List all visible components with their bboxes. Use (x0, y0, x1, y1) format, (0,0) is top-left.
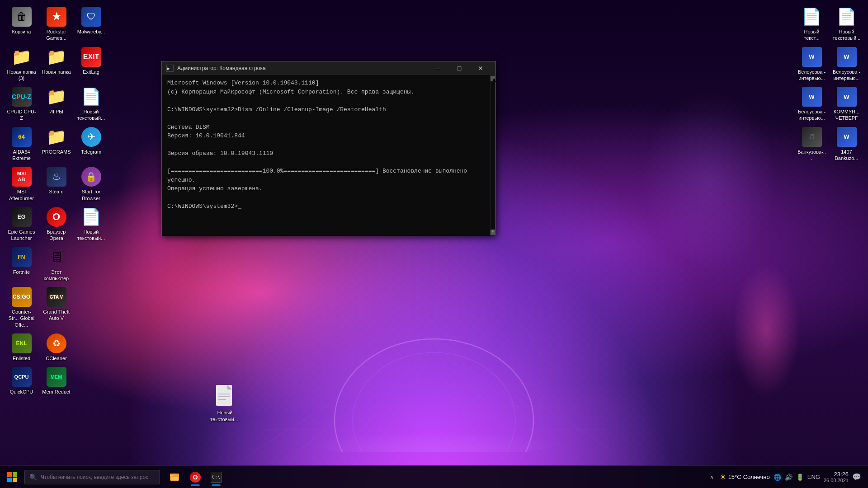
taskbar-search-bar[interactable]: 🔍 Чтобы начать поиск, введите здесь запр… (24, 470, 160, 484)
desktop-icon-rockstar-label: Rockstar Games... (42, 28, 71, 42)
desktop-icon-programs-label: PROGRAMS (42, 149, 71, 155)
desktop-icon-bankuz[interactable]: 🎵 Банкузова-... (795, 125, 829, 164)
desktop-icon-rockstar[interactable]: ★ Rockstar Games... (39, 5, 73, 44)
desktop-icon-exitlag[interactable]: EXIT ExitLag (74, 45, 108, 84)
search-icon: 🔍 (29, 474, 37, 481)
cmd-scroll-down[interactable]: ▼ (491, 230, 495, 235)
network-icon[interactable]: 🌐 (774, 474, 781, 481)
desktop-icon-exitlag-label: ExitLag (83, 69, 99, 75)
cmd-content-area: Microsoft Windows [Version 10.0.19043.11… (162, 75, 495, 236)
desktop-icon-csgo-label: Counter-Str... Global Offe... (7, 309, 36, 328)
taskbar-notifications[interactable]: 💬 (852, 473, 861, 481)
cmd-maximize-button[interactable]: □ (449, 61, 470, 75)
power-icon[interactable]: 🔋 (796, 474, 804, 481)
cmd-window-icon: ▶ (166, 65, 174, 72)
svg-rect-27 (171, 477, 178, 480)
desktop-icon-malware[interactable]: 🛡 Malwareby... (74, 5, 108, 44)
cmd-scroll-up[interactable]: ▲ (491, 76, 495, 81)
desktop-icon-aida64-label: AIDA64 Extreme (7, 149, 36, 162)
desktop-icon-opera[interactable]: O Браузер Opera (39, 205, 73, 244)
desktop-icon-doc-bel1[interactable]: W Белоусова - интервью... (795, 45, 829, 84)
cmd-close-button[interactable]: ✕ (470, 61, 491, 75)
cmd-taskbar-icon: C:\ (211, 472, 222, 483)
desktop-icon-newtxt-r1[interactable]: 📄 Новый текст... (795, 5, 829, 44)
desktop-icon-quickcpu-label: QuickCPU (10, 389, 33, 395)
taskbar-temp: 15°C (728, 474, 741, 480)
taskbar: 🔍 Чтобы начать поиск, введите здесь запр… (0, 465, 868, 488)
taskbar-language[interactable]: ENG (807, 474, 820, 480)
taskbar-date: 26.08.2021 (824, 478, 849, 483)
cmd-titlebar: ▶ Администратор: Командная строка — □ ✕ (162, 61, 495, 75)
desktop-icon-msi[interactable]: MSIAB MSI Afterburner (5, 164, 38, 204)
file-explorer-icon (169, 472, 180, 483)
desktop-icon-doc-comm[interactable]: W КОММУН... ЧЕТВЕРГ (830, 84, 863, 124)
desktop-icon-memreduct[interactable]: MEM Mem Reduct (39, 365, 73, 397)
desktop-icon-1407-label: 1407 Bankuzo... (832, 149, 861, 162)
weather-icon: ☀ (719, 472, 726, 482)
desktop-icon-torb[interactable]: 🔒 Start Tor Browser (74, 164, 108, 204)
desktop-icon-cpuid[interactable]: CPU-Z CPUID CPU-Z (5, 84, 38, 124)
desktop-icon-epic[interactable]: EG Epic Games Launcher (5, 205, 38, 244)
taskbar-start-button[interactable] (2, 467, 22, 487)
taskbar-tray-expand[interactable]: ∧ (708, 472, 716, 482)
desktop-icon-doc-bel2-label: Белоусова - интервью... (832, 69, 861, 82)
desktop-icon-doc-comm-label: КОММУН... ЧЕТВЕРГ (832, 108, 861, 122)
desktop-icon-ccleaner[interactable]: ♻ CCleaner (39, 331, 73, 364)
desktop-icon-epic-label: Epic Games Launcher (7, 229, 36, 242)
taskbar-clock[interactable]: 23:26 26.08.2021 (824, 471, 849, 483)
windows-logo-icon (7, 472, 17, 482)
desktop-icon-folder2-label: Новая папка (42, 69, 71, 75)
desktop-icon-center-label: Новый текстовый ... (210, 409, 240, 422)
desktop-icon-newtxt1[interactable]: 📄 Новый текстовый... (74, 84, 108, 124)
desktop-icon-telegram-label: Telegram (81, 149, 101, 155)
taskbar-app-cmd[interactable]: C:\ (206, 467, 226, 487)
desktop-icon-cpuid-label: CPUID CPU-Z (7, 108, 36, 122)
desktop-icon-pc[interactable]: 🖥 Этот компьютер (39, 245, 73, 284)
svg-rect-23 (7, 478, 12, 482)
desktop-icon-programs[interactable]: 📁 PROGRAMS (39, 125, 73, 164)
desktop-icon-trash[interactable]: 🗑 Корзина (5, 5, 38, 44)
cmd-window: ▶ Администратор: Командная строка — □ ✕ … (161, 61, 496, 236)
taskbar-system-tray: ∧ ☀ 15°C Солнечно 🌐 🔊 🔋 ENG (708, 471, 866, 483)
desktop-icon-enlisted[interactable]: ENL Enlisted (5, 331, 38, 364)
desktop-icon-gta[interactable]: GTA V Grand Theft Auto V (39, 285, 73, 330)
desktop-icon-telegram[interactable]: ✈ Telegram (74, 125, 108, 164)
svg-rect-21 (7, 472, 12, 477)
cmd-minimize-button[interactable]: — (428, 61, 448, 75)
desktop-icon-fortnite[interactable]: FN Fortnite (5, 245, 38, 284)
taskbar-apps: O C:\ (165, 467, 226, 487)
taskbar-app-explorer[interactable] (165, 467, 184, 487)
desktop-icon-aida64[interactable]: 64 AIDA64 Extreme (5, 125, 38, 164)
desktop-icon-folder1[interactable]: 📁 Новая папка (3) (5, 45, 38, 84)
desktop-icons-col1: 🗑 Корзина ★ Rockstar Games... 🛡 Malwareb… (5, 5, 108, 398)
desktop-icon-bankuz-label: Банкузова-... (797, 149, 826, 162)
desktop-icon-center-newtxt[interactable]: Новый текстовый ... (208, 382, 242, 425)
desktop-icon-doc-bel2[interactable]: W Белоусова - интервью... (830, 45, 863, 84)
desktop-icon-newtxt2-label: Новый текстовый... (76, 229, 106, 242)
desktop-icon-steam-label: Steam (49, 188, 64, 195)
opera-taskbar-icon: O (190, 472, 201, 483)
cmd-scrollbar[interactable]: ▲ ▼ (490, 75, 495, 236)
cmd-title-text: Администратор: Командная строка (177, 65, 428, 71)
desktop-icon-1407[interactable]: W 1407 Bankuzo... (830, 125, 863, 164)
desktop-icon-gta-label: Grand Theft Auto V (42, 309, 71, 322)
desktop-icon-memreduct-label: Mem Reduct (42, 389, 70, 395)
desktop-icon-malware-label: Malwareby... (77, 28, 105, 35)
taskbar-app-opera[interactable]: O (185, 467, 205, 487)
desktop-icon-newtxt-r2-label: Новый текстовый... (832, 28, 861, 42)
desktop-icon-doc-bel3[interactable]: W Белоусова - интервью... (795, 84, 829, 124)
desktop-icon-folder1-label: Новая папка (3) (7, 69, 36, 82)
desktop-icon-newtxt2[interactable]: 📄 Новый текстовый... (74, 205, 108, 244)
desktop-icon-steam[interactable]: ♨ Steam (39, 164, 73, 204)
desktop-icon-csgo[interactable]: CS:GO Counter-Str... Global Offe... (5, 285, 38, 330)
desktop-icon-newtxt-r1-label: Новый текст... (797, 28, 826, 42)
volume-icon[interactable]: 🔊 (785, 474, 793, 481)
desktop-icon-newtxt-r2[interactable]: 📄 Новый текстовый... (830, 5, 863, 44)
desktop-icon-quickcpu[interactable]: QCPU QuickCPU (5, 365, 38, 397)
svg-rect-24 (13, 478, 17, 482)
desktop-icon-games[interactable]: 📁 ИГРЫ (39, 84, 73, 124)
desktop-icon-msi-label: MSI Afterburner (7, 188, 36, 202)
desktop-icon-folder2[interactable]: 📁 Новая папка (39, 45, 73, 84)
desktop-icon-newtxt1-label: Новый текстовый... (76, 108, 106, 122)
cmd-output-text: Microsoft Windows [Version 10.0.19043.11… (167, 79, 490, 211)
